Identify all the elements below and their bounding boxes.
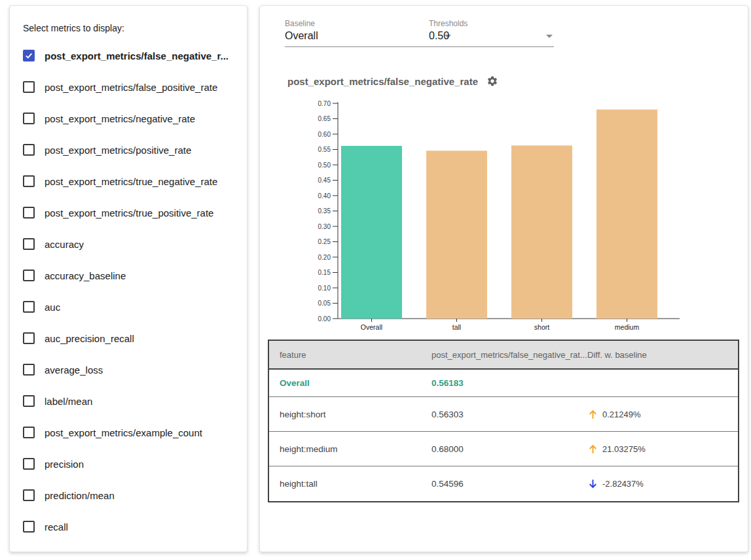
value-cell: 0.54596 (431, 479, 587, 489)
value-cell: 0.56303 (431, 410, 587, 419)
svg-text:0.50: 0.50 (318, 162, 331, 169)
metric-checkbox-example-count[interactable]: post_export_metrics/example_count (23, 417, 234, 448)
metric-label: precision (45, 459, 84, 470)
baseline-dropdown[interactable]: Baseline Overall (285, 19, 452, 47)
feature-cell: height:short (280, 410, 431, 419)
metric-label: auc_precision_recall (45, 333, 134, 344)
svg-text:0.10: 0.10 (318, 285, 331, 292)
svg-text:0.60: 0.60 (318, 131, 331, 138)
table-row-height-tall: height:tall 0.54596 -2.82437% (269, 466, 738, 501)
svg-text:0.30: 0.30 (318, 223, 331, 230)
metrics-table: feature post_export_metrics/false_negati… (268, 340, 739, 502)
svg-text:tall: tall (452, 323, 461, 331)
metric-checkbox-auc-precision-recall[interactable]: auc_precision_recall (23, 323, 234, 354)
metric-checkbox-negative-rate[interactable]: post_export_metrics/negative_rate (23, 103, 234, 134)
metric-checkbox-recall[interactable]: recall (23, 511, 234, 542)
fairness-indicators-app: Select metrics to display: post_export_m… (0, 0, 751, 560)
metric-detail-panel: Baseline Overall Thresholds 0.50 post_ex… (259, 5, 748, 552)
feature-cell: Overall (280, 378, 431, 388)
metric-label: post_export_metrics/example_count (45, 427, 202, 438)
chart-title-row: post_export_metrics/false_negative_rate (287, 75, 498, 87)
svg-text:0.25: 0.25 (318, 238, 331, 245)
svg-text:0.55: 0.55 (318, 146, 331, 153)
metric-checkbox-positive-rate[interactable]: post_export_metrics/positive_rate (23, 134, 234, 166)
metric-label: prediction/mean (45, 490, 115, 501)
diff-value: 0.21249% (602, 410, 641, 419)
svg-text:medium: medium (615, 323, 640, 331)
metric-label: post_export_metrics/false_positive_rate (45, 82, 217, 93)
value-cell: 0.68000 (431, 444, 587, 454)
checkbox-icon[interactable] (23, 364, 35, 376)
diff-value: 21.03275% (602, 444, 646, 454)
metric-checkbox-average-loss[interactable]: average_loss (23, 354, 234, 385)
metric-label: label/mean (45, 396, 92, 407)
value-cell: 0.56183 (431, 378, 587, 388)
metric-checkbox-auc[interactable]: auc (23, 291, 234, 323)
metric-label: average_loss (45, 364, 103, 376)
checkbox-icon[interactable] (23, 175, 35, 187)
metric-label: post_export_metrics/negative_rate (45, 113, 195, 124)
diff-value: -2.82437% (602, 479, 644, 489)
metric-label: post_export_metrics/positive_rate (45, 145, 191, 156)
checkbox-checked-icon[interactable] (23, 50, 35, 61)
metric-label: accuracy_baseline (45, 270, 126, 281)
metric-checkbox-false-negative-rate[interactable]: post_export_metrics/false_negative_r... (23, 40, 234, 71)
up-arrow-icon (587, 409, 598, 420)
table-row-height-medium: height:medium 0.68000 21.03275% (269, 432, 738, 466)
svg-text:0.20: 0.20 (318, 254, 331, 261)
column-header-feature: feature (280, 350, 431, 360)
checkbox-icon[interactable] (23, 332, 35, 344)
svg-text:0.35: 0.35 (318, 207, 331, 215)
checkbox-icon[interactable] (23, 489, 35, 501)
gear-icon[interactable] (486, 75, 498, 87)
svg-text:0.40: 0.40 (318, 192, 331, 200)
checkbox-icon[interactable] (23, 144, 35, 156)
metric-checkbox-label-mean[interactable]: label/mean (23, 385, 234, 417)
diff-cell: 21.03275% (587, 444, 738, 455)
svg-text:0.45: 0.45 (318, 177, 331, 184)
table-row-height-short: height:short 0.56303 0.21249% (269, 397, 738, 432)
table-row-overall: Overall 0.56183 (269, 370, 738, 397)
svg-text:Overall: Overall (361, 323, 382, 331)
feature-cell: height:tall (280, 479, 431, 489)
checkbox-icon[interactable] (23, 521, 35, 533)
metric-label: post_export_metrics/true_positive_rate (45, 207, 213, 219)
metric-label: recall (45, 521, 68, 533)
thresholds-dropdown[interactable]: Thresholds 0.50 (429, 19, 554, 47)
checkbox-icon[interactable] (23, 301, 35, 313)
metric-select-panel: Select metrics to display: post_export_m… (9, 5, 247, 552)
metric-label: post_export_metrics/false_negative_r... (45, 50, 229, 61)
metric-checkbox-precision[interactable]: precision (23, 448, 234, 480)
checkbox-icon[interactable] (23, 113, 35, 124)
diff-cell: -2.82437% (587, 478, 738, 489)
metric-label: post_export_metrics/true_negative_rate (45, 176, 217, 187)
svg-text:0.05: 0.05 (318, 300, 331, 307)
checkbox-icon[interactable] (23, 270, 35, 281)
svg-text:short: short (534, 323, 549, 331)
thresholds-dropdown-label: Thresholds (429, 19, 554, 28)
checkbox-icon[interactable] (23, 427, 35, 438)
checkbox-icon[interactable] (23, 238, 35, 250)
checkbox-icon[interactable] (23, 458, 35, 470)
metric-list: post_export_metrics/false_negative_r... … (23, 40, 234, 542)
metric-checkbox-accuracy-baseline[interactable]: accuracy_baseline (23, 260, 234, 291)
bar-chart[interactable]: 0.000.050.100.150.200.250.300.350.400.45… (286, 99, 686, 338)
metric-label: auc (45, 302, 60, 313)
checkbox-icon[interactable] (23, 81, 35, 93)
svg-text:0.15: 0.15 (318, 269, 331, 276)
metric-checkbox-true-negative-rate[interactable]: post_export_metrics/true_negative_rate (23, 166, 234, 197)
baseline-dropdown-value: Overall (285, 30, 318, 42)
column-header-metric: post_export_metrics/false_negative_rat..… (431, 350, 587, 360)
checkbox-icon[interactable] (23, 395, 35, 407)
column-header-diff: Diff. w. baseline (587, 350, 738, 360)
metric-label: accuracy (45, 239, 84, 250)
checkbox-icon[interactable] (23, 207, 35, 219)
metric-checkbox-true-positive-rate[interactable]: post_export_metrics/true_positive_rate (23, 197, 234, 228)
diff-cell: 0.21249% (587, 409, 738, 420)
metric-checkbox-prediction-mean[interactable]: prediction/mean (23, 480, 234, 511)
down-arrow-icon (587, 478, 598, 489)
metric-checkbox-false-positive-rate[interactable]: post_export_metrics/false_positive_rate (23, 71, 234, 103)
metric-checkbox-accuracy[interactable]: accuracy (23, 228, 234, 260)
chart-title: post_export_metrics/false_negative_rate (287, 76, 478, 87)
svg-text:0.70: 0.70 (318, 100, 331, 107)
